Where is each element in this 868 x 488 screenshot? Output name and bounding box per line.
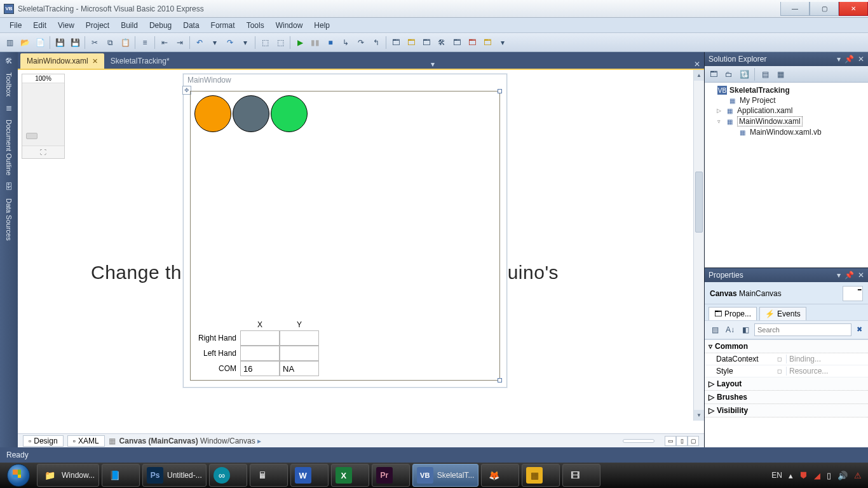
xaml-tab[interactable]: ▫ XAML xyxy=(67,435,105,447)
menu-view[interactable]: View xyxy=(52,21,80,30)
expand-icon[interactable]: ▷ xyxy=(715,107,722,114)
prop-datacontext[interactable]: DataContext ◻ Binding... xyxy=(705,353,868,365)
taskbar-item[interactable]: 🦊 xyxy=(481,464,519,487)
docoutline-tab[interactable]: Document Outline xyxy=(5,119,13,175)
vertical-scrollbar[interactable]: ▲ ▼ xyxy=(693,70,704,421)
tray-volume-icon[interactable]: 🔊 xyxy=(837,471,848,480)
maximize-button[interactable]: ▢ xyxy=(810,2,839,16)
datasources-tab-icon[interactable]: 🗄 xyxy=(3,180,15,193)
group-brushes[interactable]: ▷Brushes xyxy=(705,391,868,404)
menu-file[interactable]: File xyxy=(4,21,27,30)
group-common[interactable]: ▿Common xyxy=(705,340,868,353)
collapse-icon[interactable]: ▿ xyxy=(715,118,722,125)
mainwindow-node[interactable]: MainWindow.xaml xyxy=(737,116,803,126)
tabs-close-icon[interactable]: ✕ xyxy=(690,60,704,69)
lefthand-x-input[interactable] xyxy=(240,346,280,361)
tabs-dropdown-icon[interactable]: ▾ xyxy=(427,60,438,69)
taskbar-item[interactable]: 🖩 xyxy=(250,464,288,487)
alpha-sort-icon[interactable]: A↓ xyxy=(724,323,736,336)
project-node[interactable]: SkeletalTracking xyxy=(729,86,790,95)
tray-av-icon[interactable]: ◢ xyxy=(814,471,820,480)
taskbar-item[interactable]: ▦ xyxy=(522,464,560,487)
panel-pin-icon[interactable]: 📌 xyxy=(844,55,854,64)
se-properties-icon[interactable]: 🗔 xyxy=(707,68,720,81)
ellipse-gray[interactable] xyxy=(233,95,269,132)
menu-window[interactable]: Window xyxy=(270,21,309,30)
solution-explorer-icon[interactable]: 🗔 xyxy=(389,36,403,50)
appxaml-node[interactable]: Application.xaml xyxy=(737,106,792,115)
taskbar-item[interactable]: X xyxy=(331,464,369,487)
zoom-track[interactable] xyxy=(22,83,64,146)
se-viewdesign-icon[interactable]: ▦ xyxy=(774,68,787,81)
solution-tree[interactable]: VBSkeletalTracking ▦My Project ▷▦Applica… xyxy=(705,83,868,268)
properties-search-input[interactable] xyxy=(754,323,851,336)
object-browser-icon[interactable]: 🗔 xyxy=(419,36,433,50)
tray-shield-icon[interactable]: ⛊ xyxy=(799,471,808,480)
paste-icon[interactable]: 📋 xyxy=(118,36,132,50)
resize-handle[interactable] xyxy=(498,378,502,383)
cut-icon[interactable]: ✂ xyxy=(88,36,102,50)
close-tab-icon[interactable]: ✕ xyxy=(92,57,98,65)
minimize-button[interactable]: — xyxy=(780,2,810,16)
myproject-node[interactable]: My Project xyxy=(740,96,776,105)
com-status-input[interactable]: NA xyxy=(280,361,319,376)
tray-up-icon[interactable]: ▴ xyxy=(789,471,793,480)
docoutline-tab-icon[interactable]: ≣ xyxy=(3,102,15,114)
tab-skeletaltracking[interactable]: SkeletalTracking* xyxy=(104,53,176,69)
outdent-icon[interactable]: ⇤ xyxy=(158,36,172,50)
scroll-down-icon[interactable]: ▼ xyxy=(694,410,704,421)
panel-dropdown-icon[interactable]: ▾ xyxy=(837,271,841,280)
com-port-input[interactable]: 16 xyxy=(240,361,280,376)
view-vertical-icon[interactable]: ▯ xyxy=(676,436,688,446)
panel-close-icon[interactable]: ✕ xyxy=(858,271,864,280)
designer-surface[interactable]: 100% ⛶ Change the com port number to mat… xyxy=(18,69,704,433)
undo-icon[interactable]: ↶ xyxy=(193,36,207,50)
se-showall-icon[interactable]: 🗀 xyxy=(722,68,735,81)
zoom-fit-icon[interactable]: ⛶ xyxy=(22,146,64,158)
align-icon[interactable]: ≡ xyxy=(138,36,152,50)
toolbox-tab[interactable]: Toolbox xyxy=(5,72,13,97)
se-refresh-icon[interactable]: 🔃 xyxy=(738,68,750,81)
stop-icon[interactable]: ■ xyxy=(323,36,337,50)
scroll-thumb[interactable] xyxy=(695,172,703,233)
taskbar-item[interactable]: Pr xyxy=(372,464,410,487)
copy-icon[interactable]: ⧉ xyxy=(103,36,117,50)
redo-icon[interactable]: ↷ xyxy=(223,36,237,50)
tray-battery-icon[interactable]: ▯ xyxy=(827,471,831,480)
prop-marker-icon[interactable]: ◻ xyxy=(777,356,786,362)
design-window[interactable]: MainWindow ✥ X Y xyxy=(183,74,507,388)
step-over-icon[interactable]: ↷ xyxy=(354,36,368,50)
ellipse-orange[interactable] xyxy=(194,95,231,132)
tab-mainwindow[interactable]: MainWindow.xaml ✕ xyxy=(20,53,104,69)
prop-source-icon[interactable]: ◧ xyxy=(739,323,752,336)
group-visibility[interactable]: ▷Visibility xyxy=(705,404,868,417)
menu-data[interactable]: Data xyxy=(177,21,205,30)
menu-tools[interactable]: Tools xyxy=(241,21,270,30)
step-into-icon[interactable]: ↳ xyxy=(339,36,353,50)
undo-drop-icon[interactable]: ▾ xyxy=(208,36,222,50)
open-icon[interactable]: 📂 xyxy=(18,36,32,50)
start-button[interactable] xyxy=(1,463,36,488)
menu-format[interactable]: Format xyxy=(205,21,241,30)
righthand-y-input[interactable] xyxy=(280,330,319,346)
taskbar-item[interactable]: ∞ xyxy=(209,464,247,487)
menu-project[interactable]: Project xyxy=(80,21,115,30)
lang-indicator[interactable]: EN xyxy=(771,471,782,480)
save-all-icon[interactable]: 💾 xyxy=(68,36,82,50)
toolbar-overflow-icon[interactable]: ▾ xyxy=(496,36,510,50)
menu-edit[interactable]: Edit xyxy=(27,21,52,30)
system-tray[interactable]: EN ▴ ⛊ ◢ ▯ 🔊 ⚠ xyxy=(766,471,867,480)
righthand-x-input[interactable] xyxy=(240,330,280,346)
datasources-tab[interactable]: Data Sources xyxy=(5,198,13,241)
view-horizontal-icon[interactable]: ▭ xyxy=(665,436,676,446)
taskbar-item[interactable]: W xyxy=(290,464,329,487)
panel-dropdown-icon[interactable]: ▾ xyxy=(837,55,841,64)
close-button[interactable]: ✕ xyxy=(839,2,868,16)
design-tab[interactable]: ▫ Design xyxy=(23,435,64,447)
properties-header[interactable]: Properties ▾📌✕ xyxy=(705,268,868,282)
add-item-icon[interactable]: 📄 xyxy=(33,36,47,50)
nav-back-icon[interactable]: ⬚ xyxy=(258,36,272,50)
properties-tab[interactable]: 🗔Prope... xyxy=(709,307,757,320)
taskbar-item[interactable]: 🎞 xyxy=(562,464,600,487)
panel-pin-icon[interactable]: 📌 xyxy=(844,271,854,280)
